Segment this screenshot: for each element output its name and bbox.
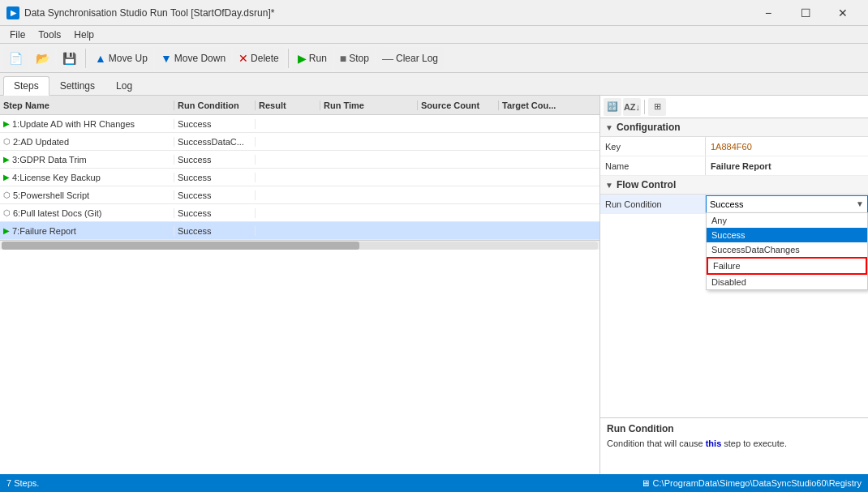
separator-2 bbox=[288, 49, 289, 68]
table-row[interactable]: ⬡ 6:Pull latest Docs (Git) Success bbox=[0, 204, 599, 222]
step-icon: ⬡ bbox=[3, 208, 11, 217]
col-header-source: Source Count bbox=[418, 101, 499, 110]
flow-control-header[interactable]: ▼ Flow Control bbox=[600, 176, 868, 195]
bottom-desc-text-after: step to execute. bbox=[721, 439, 787, 448]
table-row[interactable]: ▶ 3:GDPR Data Trim Success bbox=[0, 151, 599, 169]
prop-run-condition-label: Run Condition bbox=[600, 195, 706, 213]
status-bar: 7 Steps. 🖥 C:\ProgramData\Simego\DataSyn… bbox=[0, 474, 868, 492]
step-name: 7:Failure Report bbox=[12, 226, 76, 236]
run-condition-dropdown-wrapper: Success ▼ Any Success SuccessDataChanges… bbox=[706, 195, 868, 213]
col-header-target: Target Cou... bbox=[499, 101, 599, 110]
tab-steps[interactable]: Steps bbox=[3, 76, 49, 96]
sort-order-button[interactable]: AZ↓ bbox=[623, 98, 641, 116]
sort-order-icon: AZ↓ bbox=[624, 102, 640, 112]
minimize-button[interactable]: − bbox=[750, 0, 787, 26]
bottom-desc-text-before: Condition that will cause bbox=[607, 439, 706, 448]
step-run-condition: Success bbox=[174, 208, 256, 218]
new-icon: 📄 bbox=[9, 52, 23, 65]
table-header: Step Name Run Condition Result Run Time … bbox=[0, 96, 599, 115]
prop-run-condition: Run Condition Success ▼ Any Success Succ… bbox=[600, 195, 868, 214]
scrollbar-area[interactable] bbox=[0, 240, 599, 250]
menu-help[interactable]: Help bbox=[67, 28, 101, 42]
grid-icon: ⊞ bbox=[654, 101, 661, 112]
step-icon: ⬡ bbox=[3, 190, 11, 199]
dropdown-arrow-icon: ▼ bbox=[856, 199, 864, 208]
scrollbar-thumb[interactable] bbox=[2, 242, 359, 250]
step-run-condition: Success bbox=[174, 226, 256, 236]
menu-bar: File Tools Help bbox=[0, 26, 868, 44]
delete-icon: ✕ bbox=[238, 52, 248, 65]
grid-button[interactable]: ⊞ bbox=[648, 98, 666, 116]
step-name: 6:Pull latest Docs (Git) bbox=[13, 208, 101, 218]
bottom-description: Run Condition Condition that will cause … bbox=[600, 417, 868, 474]
movedown-button[interactable]: ▼ Move Down bbox=[155, 47, 231, 70]
separator-1 bbox=[85, 49, 86, 68]
run-button[interactable]: ▶ Run bbox=[292, 47, 333, 70]
dropdown-selected-value: Success bbox=[710, 199, 744, 209]
table-row[interactable]: ▶ 1:Update AD with HR Changes Success bbox=[0, 115, 599, 133]
step-icon: ▶ bbox=[3, 173, 10, 182]
run-icon: ▶ bbox=[298, 52, 307, 65]
dropdown-list: Any Success SuccessDataChanges Failure D… bbox=[706, 212, 868, 290]
prop-name-label: Name bbox=[600, 156, 706, 175]
step-run-condition: SuccessDataC... bbox=[174, 137, 256, 147]
option-any[interactable]: Any bbox=[707, 213, 867, 228]
new-button[interactable]: 📄 bbox=[3, 47, 28, 70]
step-icon: ▶ bbox=[3, 226, 10, 235]
stop-icon: ■ bbox=[340, 52, 346, 65]
step-run-condition: Success bbox=[174, 119, 256, 129]
flow-control-group: ▼ Flow Control Run Condition Success ▼ A… bbox=[600, 176, 868, 214]
step-icon: ▶ bbox=[3, 119, 10, 128]
step-name: 3:GDPR Data Trim bbox=[12, 155, 87, 165]
delete-button[interactable]: ✕ Delete bbox=[233, 47, 285, 70]
step-icon: ⬡ bbox=[3, 137, 11, 146]
bottom-desc-text: Condition that will cause this step to e… bbox=[607, 438, 862, 450]
bottom-desc-title: Run Condition bbox=[607, 423, 862, 434]
stop-button[interactable]: ■ Stop bbox=[334, 47, 375, 70]
step-icon: ▶ bbox=[3, 155, 10, 164]
clearlog-button[interactable]: — Clear Log bbox=[376, 47, 444, 70]
maximize-button[interactable]: ☐ bbox=[787, 0, 824, 26]
title-bar: ▶ Data Synchronisation Studio Run Tool [… bbox=[0, 0, 868, 26]
option-successdatachanges[interactable]: SuccessDataChanges bbox=[707, 242, 867, 257]
movedown-label: Move Down bbox=[174, 53, 226, 64]
table-row[interactable]: ▶ 4:License Key Backup Success bbox=[0, 169, 599, 186]
right-toolbar-sep bbox=[644, 100, 645, 114]
option-success[interactable]: Success bbox=[707, 228, 867, 242]
clearlog-icon: — bbox=[382, 52, 393, 65]
save-button[interactable]: 💾 bbox=[57, 47, 82, 70]
table-row[interactable]: ⬡ 2:AD Updated SuccessDataC... bbox=[0, 133, 599, 151]
clearlog-label: Clear Log bbox=[396, 53, 438, 64]
table-row[interactable]: ▶ 7:Failure Report Success bbox=[0, 222, 599, 240]
sort-alpha-button[interactable]: 🔡 bbox=[604, 98, 621, 116]
tab-settings[interactable]: Settings bbox=[49, 76, 105, 95]
movedown-icon: ▼ bbox=[161, 52, 172, 65]
tabs-bar: Steps Settings Log bbox=[0, 73, 868, 96]
configuration-title: Configuration bbox=[617, 122, 681, 133]
menu-file[interactable]: File bbox=[3, 28, 32, 42]
open-button[interactable]: 📂 bbox=[30, 47, 55, 70]
configuration-header[interactable]: ▼ Configuration bbox=[600, 118, 868, 137]
menu-tools[interactable]: Tools bbox=[32, 28, 67, 42]
prop-name: Name Failure Report bbox=[600, 156, 868, 176]
moveup-icon: ▲ bbox=[95, 52, 106, 65]
table-body: ▶ 1:Update AD with HR Changes Success ⬡ … bbox=[0, 115, 599, 240]
tab-log[interactable]: Log bbox=[105, 76, 143, 95]
table-row[interactable]: ⬡ 5:Powershell Script Success bbox=[0, 186, 599, 204]
run-condition-dropdown[interactable]: Success ▼ bbox=[706, 195, 868, 213]
toolbar: 📄 📂 💾 ▲ Move Up ▼ Move Down ✕ Delete ▶ R… bbox=[0, 44, 868, 73]
delete-label: Delete bbox=[251, 53, 279, 64]
moveup-button[interactable]: ▲ Move Up bbox=[89, 47, 153, 70]
step-name: 4:License Key Backup bbox=[12, 173, 101, 182]
option-disabled[interactable]: Disabled bbox=[707, 275, 867, 289]
flow-control-title: Flow Control bbox=[617, 179, 676, 190]
bottom-desc-bold: this bbox=[706, 439, 722, 448]
props-container: ▼ Configuration Key 1A884F60 Name Failur… bbox=[600, 118, 868, 417]
flow-arrow-icon: ▼ bbox=[605, 181, 613, 190]
scrollbar-track bbox=[2, 242, 598, 250]
close-button[interactable]: ✕ bbox=[824, 0, 862, 26]
col-header-result: Result bbox=[256, 101, 320, 110]
option-failure[interactable]: Failure bbox=[707, 257, 867, 275]
open-icon: 📂 bbox=[36, 52, 49, 65]
step-name: 1:Update AD with HR Changes bbox=[12, 119, 135, 129]
